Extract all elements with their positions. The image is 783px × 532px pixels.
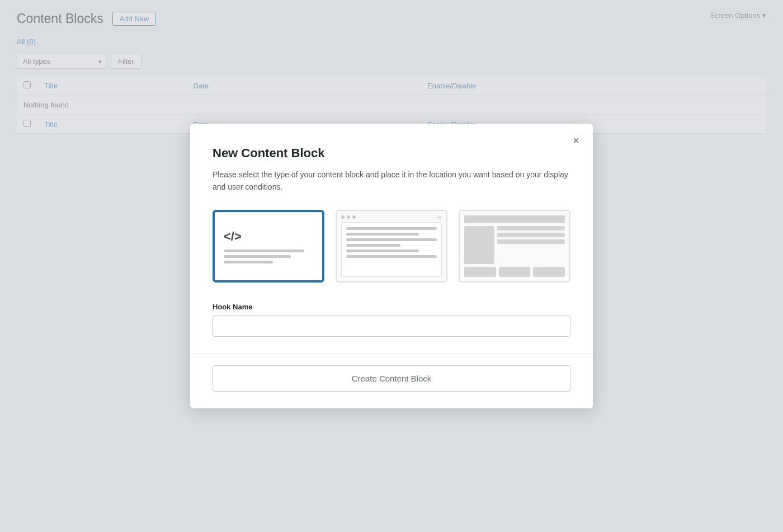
modal-description: Please select the type of your content b… bbox=[213, 168, 570, 194]
block-type-template[interactable]: Custom Template bbox=[459, 210, 570, 283]
tmpl-row-2 bbox=[497, 233, 565, 237]
modal-title: New Content Block bbox=[213, 146, 570, 161]
code-line-5 bbox=[224, 261, 273, 263]
hook-name-input[interactable] bbox=[213, 316, 570, 337]
tmpl-bot-2 bbox=[499, 267, 531, 277]
visual-card-close-icon: ✕ bbox=[437, 214, 442, 222]
code-icon-row: </> bbox=[224, 229, 246, 244]
create-content-block-button[interactable]: Create Content Block bbox=[213, 365, 570, 392]
template-card-inner bbox=[460, 211, 569, 281]
tmpl-bot-3 bbox=[533, 267, 565, 277]
template-middle bbox=[464, 226, 565, 264]
modal: × New Content Block Please select the ty… bbox=[190, 124, 593, 409]
visual-card-header bbox=[341, 215, 442, 219]
template-sidebar bbox=[464, 226, 494, 264]
modal-close-button[interactable]: × bbox=[570, 133, 582, 148]
code-card-inner: </> bbox=[215, 220, 322, 272]
template-top-bar bbox=[464, 215, 565, 223]
hook-name-label: Hook Name bbox=[213, 303, 570, 311]
template-bottom bbox=[464, 267, 565, 277]
tmpl-row-3 bbox=[497, 239, 565, 244]
dot-2 bbox=[347, 215, 350, 219]
vis-line-3 bbox=[346, 238, 437, 241]
vis-line-6 bbox=[346, 255, 437, 258]
vis-line-5 bbox=[346, 249, 419, 252]
code-lines bbox=[224, 249, 313, 263]
code-bracket-open: </> bbox=[224, 229, 242, 244]
visual-card-content: ✕ bbox=[341, 222, 442, 277]
vis-line-2 bbox=[346, 233, 419, 236]
template-main bbox=[497, 226, 565, 264]
tmpl-row-1 bbox=[497, 226, 565, 230]
code-line-3 bbox=[224, 249, 304, 252]
modal-footer: Create Content Block bbox=[190, 354, 593, 408]
block-type-visual[interactable]: ✕ bbox=[336, 210, 447, 283]
modal-overlay: × New Content Block Please select the ty… bbox=[0, 0, 783, 532]
block-types-container: </> bbox=[213, 210, 570, 283]
vis-line-4 bbox=[346, 244, 400, 247]
code-line-4 bbox=[224, 255, 291, 258]
block-type-code[interactable]: </> bbox=[213, 210, 324, 283]
dot-1 bbox=[341, 215, 345, 219]
vis-line-1 bbox=[346, 227, 437, 230]
tmpl-bot-1 bbox=[464, 267, 496, 277]
dot-3 bbox=[352, 215, 356, 219]
modal-body: New Content Block Please select the type… bbox=[190, 124, 593, 354]
visual-card-inner: ✕ bbox=[337, 211, 446, 281]
